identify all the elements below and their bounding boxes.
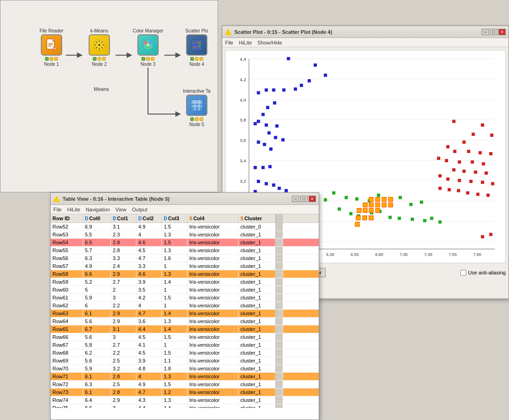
node-color-manager[interactable]: Color Manager Node 3 (132, 28, 164, 67)
table-body[interactable]: Row52 6.9 3.1 4.9 1.5 Iris-versicolor cl… (51, 223, 319, 408)
td-row-id: Row64 (51, 318, 83, 325)
table-row[interactable]: Row68 6.2 2.2 4.5 1.5 Iris-versicolor cl… (51, 349, 319, 357)
table-row[interactable]: Row73 6.1 2.8 4.7 1.2 Iris-versicolor cl… (51, 388, 319, 396)
node-file-reader[interactable]: File Reader Node 1 (35, 28, 68, 67)
table-row[interactable]: Row64 5.6 2.9 3.6 1.3 Iris-versicolor cl… (51, 318, 319, 325)
warning-icon (225, 29, 232, 35)
table-row[interactable]: Row63 6.1 2.9 4.7 1.4 Iris-versicolor cl… (51, 310, 319, 318)
td-col0: 5.2 (83, 278, 111, 286)
svg-rect-97 (263, 143, 266, 146)
table-menu-output[interactable]: Output (132, 207, 148, 212)
td-scroll (276, 349, 283, 356)
svg-rect-82 (282, 89, 285, 92)
svg-rect-161 (438, 187, 442, 190)
maximize-button[interactable]: □ (490, 29, 497, 35)
table-close-button[interactable]: ✕ (309, 196, 316, 202)
td-col4: Iris-versicolor (187, 223, 238, 230)
close-button[interactable]: ✕ (498, 29, 506, 35)
node-kmeans[interactable]: k-Means Node 2 (83, 28, 116, 67)
table-menu-file[interactable]: File (53, 207, 62, 212)
td-col3: 1.1 (162, 357, 187, 364)
td-row-id: Row61 (51, 294, 83, 301)
table-row[interactable]: Row58 6.6 2.9 4.6 1.3 Iris-versicolor cl… (51, 270, 319, 278)
svg-rect-41 (195, 100, 199, 102)
table-row[interactable]: Row69 5.6 2.5 3.9 1.1 Iris-versicolor cl… (51, 357, 319, 365)
td-cluster: cluster_1 (238, 333, 276, 341)
td-row-id: Row59 (51, 278, 83, 286)
table-row[interactable]: Row53 5.5 2.3 4 1.3 Iris-versicolor clus… (51, 231, 319, 239)
table-row[interactable]: Row56 6.3 3.3 4.7 1.6 Iris-versicolor cl… (51, 255, 319, 262)
svg-rect-126 (388, 216, 392, 219)
table-menu-view[interactable]: View (116, 207, 127, 212)
svg-rect-150 (482, 162, 485, 165)
svg-text:3,8: 3,8 (240, 117, 246, 122)
td-row-id: Row75 (51, 404, 83, 408)
table-row[interactable]: Row54 6.5 2.8 4.6 1.5 Iris-versicolor cl… (51, 239, 319, 247)
scatter-menu-hilite[interactable]: HiLite (239, 40, 252, 45)
td-col4: Iris-versicolor (187, 373, 238, 380)
svg-text:6,80: 6,80 (375, 252, 383, 257)
table-row[interactable]: Row60 5 2 3.5 1 Iris-versicolor cluster_… (51, 286, 319, 294)
table-row[interactable]: Row65 6.7 3.1 4.4 1.4 Iris-versicolor cl… (51, 325, 319, 333)
td-col2: 4.7 (136, 388, 162, 396)
node-kmeans-label-top: k-Means (90, 28, 108, 33)
window-controls[interactable]: − □ ✕ (482, 29, 506, 35)
antialias-checkbox-area: Use anti-aliasing (460, 270, 506, 276)
table-row[interactable]: Row61 5.9 3 4.2 1.5 Iris-versicolor clus… (51, 294, 319, 302)
table-row[interactable]: Row67 5.8 2.7 4.1 1 Iris-versicolor clus… (51, 341, 319, 349)
table-row[interactable]: Row62 6 2.2 4 1 Iris-versicolor cluster_… (51, 302, 319, 310)
td-scroll (276, 318, 283, 325)
table-maximize-button[interactable]: □ (300, 196, 308, 202)
td-col1: 2.2 (111, 349, 136, 356)
svg-point-30 (198, 45, 200, 47)
td-col4: Iris-versicolor (187, 341, 238, 349)
node-dot (146, 57, 150, 61)
node-dot (190, 117, 194, 121)
svg-rect-130 (430, 216, 433, 220)
th-cluster: S Cluster (238, 214, 276, 223)
table-menu-navigation[interactable]: Navigation (86, 207, 110, 212)
node-dot (54, 57, 58, 61)
td-col2: 3.5 (136, 286, 162, 293)
minimize-button[interactable]: − (482, 29, 489, 35)
svg-rect-167 (489, 233, 492, 236)
table-menu-hilite[interactable]: HiLite (67, 207, 80, 212)
table-row[interactable]: Row59 5.2 2.7 3.9 1.4 Iris-versicolor cl… (51, 278, 319, 286)
table-window-controls[interactable]: − □ ✕ (292, 196, 316, 202)
table-row[interactable]: Row70 5.9 3.2 4.8 1.8 Iris-versicolor cl… (51, 365, 319, 373)
table-row[interactable]: Row66 5.6 3 4.5 1.5 Iris-versicolor clus… (51, 333, 319, 341)
td-col0: 5.6 (83, 333, 111, 341)
td-cluster: cluster_1 (238, 231, 276, 238)
table-row[interactable]: Row72 6.3 2.5 4.9 1.5 Iris-versicolor cl… (51, 381, 319, 388)
svg-rect-122 (349, 212, 353, 215)
table-row[interactable]: Row71 6.1 2.8 4 1.3 Iris-versicolor clus… (51, 373, 319, 381)
td-col3: 1.3 (162, 318, 187, 325)
svg-text:6,30: 6,30 (326, 252, 334, 257)
svg-rect-163 (457, 189, 460, 192)
scatter-menu-show-hide[interactable]: Show/Hide (258, 40, 282, 45)
td-scroll (276, 333, 283, 341)
td-scroll (276, 278, 283, 286)
td-col2: 4.9 (136, 381, 162, 388)
table-row[interactable]: Row55 5.7 2.8 4.5 1.3 Iris-versicolor cl… (51, 247, 319, 255)
scatter-menu-file[interactable]: File (225, 40, 233, 45)
table-row[interactable]: Row74 6.4 2.9 4.3 1.3 Iris-versicolor cl… (51, 396, 319, 404)
svg-rect-142 (453, 150, 457, 153)
svg-rect-76 (287, 57, 290, 60)
td-col4: Iris-versicolor (187, 325, 238, 333)
node-dot (200, 57, 203, 61)
antialias-checkbox[interactable] (460, 270, 466, 276)
table-minimize-button[interactable]: − (292, 196, 299, 202)
node-interactive-table[interactable]: Interactive Ta Node 5 (180, 89, 213, 127)
svg-rect-166 (486, 194, 490, 197)
svg-rect-96 (257, 140, 260, 144)
td-col3: 1.3 (162, 270, 187, 278)
node-scatter-plot[interactable]: Scatter Plo Node 4 (180, 28, 213, 67)
td-col2: 4.1 (136, 341, 162, 349)
table-row[interactable]: Row75 6.6 3 4.4 1.4 Iris-versicolor clus… (51, 404, 319, 408)
node-interactive-table-icon (186, 95, 207, 116)
svg-rect-183 (363, 216, 367, 220)
table-row[interactable]: Row57 4.9 2.4 3.3 1 Iris-versicolor clus… (51, 262, 319, 270)
node-kmeans-dots (93, 57, 106, 61)
table-row[interactable]: Row52 6.9 3.1 4.9 1.5 Iris-versicolor cl… (51, 223, 319, 231)
